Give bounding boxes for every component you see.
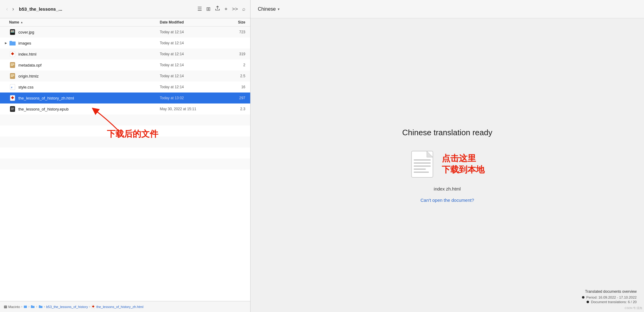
svg-rect-11 xyxy=(11,76,13,77)
forward-button[interactable]: › xyxy=(11,5,15,13)
svg-rect-25 xyxy=(414,159,431,161)
doc-count-label: Document translations: 6 / 20 xyxy=(591,300,637,304)
right-header: Chinese ▾ xyxy=(251,0,644,18)
table-row[interactable]: the_lessons_of_history.epub May 30, 2022… xyxy=(0,103,250,114)
breadcrumb-sep2: › xyxy=(28,305,29,308)
finder-statusbar: Macinto › › › › b53_the_lessons_of_histo… xyxy=(0,301,250,312)
period-label: Period: 16.09.2022 - 17.10.2022 xyxy=(586,296,637,299)
file-icon-css: # xyxy=(9,84,16,90)
overview-title: Translated documents overview xyxy=(582,289,637,294)
doc-count-dot xyxy=(587,301,589,303)
empty-row xyxy=(0,114,250,125)
empty-row xyxy=(0,147,250,158)
finder-window: ‹ › b53_the_lessons_... ☰ ⊞ ⌖ >> ⌕ Name … xyxy=(0,0,251,312)
breadcrumb-hd xyxy=(24,305,27,308)
expand-icon: ▶ xyxy=(5,42,9,45)
table-row[interactable]: the_lessons_of_history_zh.html Today at … xyxy=(0,93,250,103)
breadcrumb-macinto: Macinto xyxy=(4,305,20,309)
svg-point-2 xyxy=(11,31,12,32)
file-size: 297 xyxy=(221,96,245,100)
nav-buttons: ‹ › xyxy=(5,5,15,13)
breadcrumb-folder3 xyxy=(38,305,43,308)
back-button[interactable]: ‹ xyxy=(5,5,9,13)
file-size: 2.3 xyxy=(221,107,245,111)
svg-rect-29 xyxy=(414,172,429,173)
tag-icon[interactable]: ⌖ xyxy=(225,6,228,12)
file-size: 2.5 xyxy=(221,74,245,78)
file-list-header: Name ▲ Date Modified Size xyxy=(0,18,250,27)
svg-rect-17 xyxy=(11,108,14,108)
file-size: 319 xyxy=(221,52,245,56)
file-date: May 30, 2022 at 15:11 xyxy=(160,107,221,111)
doc-filename: index zh.html xyxy=(434,186,461,191)
file-name: metadata.opf xyxy=(18,63,160,67)
svg-rect-28 xyxy=(414,169,426,170)
file-date: Today at 12:14 xyxy=(160,63,221,67)
svg-rect-4 xyxy=(10,62,15,68)
table-row[interactable]: origin.htmlz Today at 12:14 2.5 xyxy=(0,71,250,82)
doc-icon xyxy=(410,150,434,179)
cant-open-link[interactable]: Can't open the document? xyxy=(420,198,474,203)
list-icon[interactable]: ☰ xyxy=(197,6,202,12)
sort-arrow: ▲ xyxy=(20,21,23,24)
breadcrumb-folder2 xyxy=(31,305,35,308)
breadcrumb-sep5: › xyxy=(89,305,90,308)
svg-text:#: # xyxy=(11,86,13,89)
file-date: Today at 12:14 xyxy=(160,52,221,56)
file-name: the_lessons_of_history.epub xyxy=(18,107,160,111)
file-name: style.css xyxy=(18,85,160,89)
search-icon[interactable]: ⌕ xyxy=(242,6,245,12)
breadcrumb-zhfile-name: the_lessons_of_history_zh.html xyxy=(96,305,143,309)
finder-toolbar: ‹ › b53_the_lessons_... ☰ ⊞ ⌖ >> ⌕ xyxy=(0,0,250,18)
file-icon-html-guard-sel xyxy=(9,95,16,101)
file-size: 16 xyxy=(221,85,245,89)
right-panel: Chinese ▾ Chinese translation ready 点击 xyxy=(251,0,644,312)
svg-rect-21 xyxy=(5,305,6,306)
breadcrumb-b53: b53_the_lessons_of_history xyxy=(46,305,88,309)
file-date: Today at 12:14 xyxy=(160,41,221,45)
file-name: index.html xyxy=(18,52,160,56)
toolbar-right: ☰ ⊞ ⌖ >> ⌕ xyxy=(197,5,245,13)
file-icon-htmlz xyxy=(9,73,16,79)
overview-doc-count: Document translations: 6 / 20 xyxy=(582,300,637,304)
watermark: CSDN 号:流泡 xyxy=(624,306,642,310)
table-row[interactable]: index.html Today at 12:14 319 xyxy=(0,49,250,60)
file-date: Today at 12:14 xyxy=(160,74,221,78)
empty-row xyxy=(0,136,250,147)
svg-rect-8 xyxy=(10,73,15,79)
breadcrumb-zhfile xyxy=(91,305,95,309)
file-icon-html-guard xyxy=(9,51,16,57)
table-row[interactable]: cover.jpg Today at 12:14 723 xyxy=(0,27,250,38)
breadcrumb-sep1: › xyxy=(21,305,22,308)
file-icon-opf xyxy=(9,62,16,68)
file-icon-image xyxy=(9,29,16,35)
file-date: Today at 12:14 xyxy=(160,85,221,89)
empty-row xyxy=(0,125,250,136)
col-date-label: Date Modified xyxy=(160,20,221,24)
doc-preview-area[interactable]: 点击这里 下载到本地 xyxy=(410,150,485,179)
file-date: Today at 13:02 xyxy=(160,96,221,100)
right-content: Chinese translation ready 点击这里 下载到本地 xyxy=(251,18,644,312)
svg-rect-22 xyxy=(24,306,27,308)
file-name: the_lessons_of_history_zh.html xyxy=(18,96,160,100)
share-icon[interactable] xyxy=(215,5,220,13)
file-size: 723 xyxy=(221,30,245,34)
table-row[interactable]: ▶ images Today at 12:14 xyxy=(0,38,250,49)
table-row[interactable]: metadata.opf Today at 12:14 2 xyxy=(0,60,250,71)
svg-rect-27 xyxy=(414,165,431,167)
grid-icon[interactable]: ⊞ xyxy=(206,6,210,12)
svg-rect-9 xyxy=(11,74,14,75)
file-name: images xyxy=(18,41,160,45)
file-list: cover.jpg Today at 12:14 723 ▶ images To… xyxy=(0,27,250,301)
language-selector[interactable]: Chinese ▾ xyxy=(258,6,280,12)
file-icon-epub xyxy=(9,106,16,112)
table-row[interactable]: # style.css Today at 12:14 16 xyxy=(0,82,250,93)
file-name: origin.htmlz xyxy=(18,74,160,78)
more-icon[interactable]: >> xyxy=(232,6,238,12)
svg-rect-7 xyxy=(11,65,13,66)
svg-rect-19 xyxy=(11,109,13,110)
file-name: cover.jpg xyxy=(18,30,160,34)
click-here-text: 点击这里 下载到本地 xyxy=(442,153,485,175)
period-dot xyxy=(582,296,584,299)
svg-rect-10 xyxy=(11,75,14,76)
